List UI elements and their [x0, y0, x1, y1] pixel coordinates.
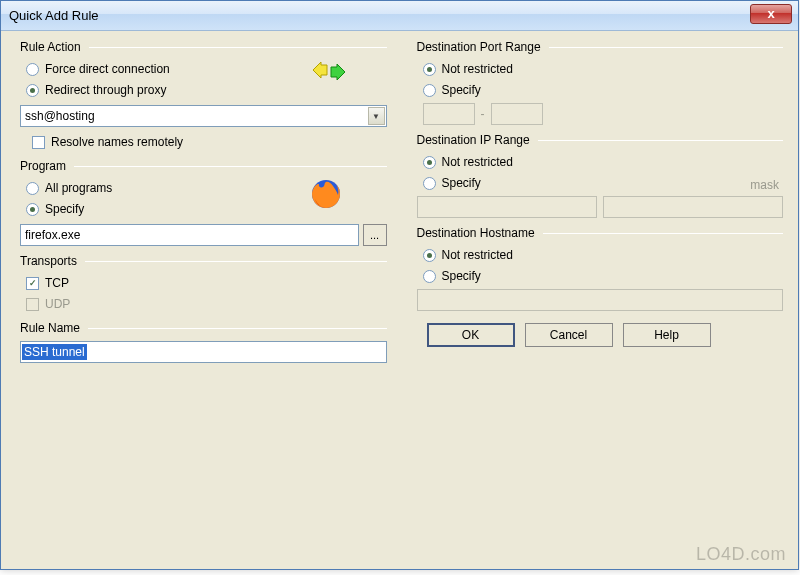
proxy-value: ssh@hosting [25, 109, 95, 123]
rule-action-header: Rule Action [20, 40, 81, 54]
divider [85, 261, 387, 262]
divider [89, 47, 387, 48]
radio-icon [423, 177, 436, 190]
rule-action-section: Rule Action Force direct connection Redi… [20, 40, 387, 151]
port-sep: - [481, 107, 485, 121]
chevron-down-icon: ▼ [368, 107, 385, 125]
svg-marker-0 [313, 62, 327, 78]
program-section: Program All programs Specify [20, 159, 387, 246]
ip-not-restricted-label: Not restricted [442, 155, 513, 169]
rule-name-section: Rule Name SSH tunnel [20, 321, 387, 363]
checkbox-icon [26, 277, 39, 290]
mask-input [603, 196, 783, 218]
right-column: Destination Port Range Not restricted Sp… [417, 40, 784, 556]
radio-icon [26, 182, 39, 195]
checkbox-icon [26, 298, 39, 311]
port-range-section: Destination Port Range Not restricted Sp… [417, 40, 784, 125]
proxy-combo[interactable]: ssh@hosting ▼ [20, 105, 387, 127]
radio-icon [423, 270, 436, 283]
tcp-label: TCP [45, 276, 69, 290]
titlebar[interactable]: Quick Add Rule x [1, 1, 798, 31]
help-label: Help [654, 328, 679, 342]
radio-icon [423, 249, 436, 262]
port-to-input [491, 103, 543, 125]
transports-section: Transports TCP UDP [20, 254, 387, 313]
redirect-proxy-label: Redirect through proxy [45, 83, 166, 97]
proxy-arrows-icon [311, 60, 347, 82]
hostname-specify-label: Specify [442, 269, 481, 283]
hostname-specify-radio[interactable]: Specify [423, 267, 784, 285]
ip-not-restricted-radio[interactable]: Not restricted [423, 153, 784, 171]
dialog-window: Quick Add Rule x Rule Action Force direc… [0, 0, 799, 570]
program-specify-label: Specify [45, 202, 84, 216]
ip-specify-radio[interactable]: Specify [423, 174, 784, 192]
port-not-restricted-radio[interactable]: Not restricted [423, 60, 784, 78]
mask-label: mask [750, 178, 779, 192]
hostname-not-restricted-radio[interactable]: Not restricted [423, 246, 784, 264]
ip-range-header: Destination IP Range [417, 133, 530, 147]
program-header: Program [20, 159, 66, 173]
radio-icon [26, 63, 39, 76]
port-range-header: Destination Port Range [417, 40, 541, 54]
redirect-proxy-radio[interactable]: Redirect through proxy [26, 81, 387, 99]
transports-header: Transports [20, 254, 77, 268]
force-direct-label: Force direct connection [45, 62, 170, 76]
all-programs-label: All programs [45, 181, 112, 195]
divider [538, 140, 783, 141]
radio-icon [423, 156, 436, 169]
cancel-button[interactable]: Cancel [525, 323, 613, 347]
ok-button[interactable]: OK [427, 323, 515, 347]
ip-range-section: Destination IP Range Not restricted Spec… [417, 133, 784, 218]
program-input[interactable]: firefox.exe [20, 224, 359, 246]
program-value: firefox.exe [25, 228, 80, 242]
ip-input [417, 196, 597, 218]
resolve-remote-checkbox[interactable]: Resolve names remotely [32, 133, 387, 151]
hostname-header: Destination Hostname [417, 226, 535, 240]
divider [88, 328, 386, 329]
rule-name-input[interactable]: SSH tunnel [20, 341, 387, 363]
radio-icon [423, 63, 436, 76]
divider [543, 233, 783, 234]
cancel-label: Cancel [550, 328, 587, 342]
svg-marker-1 [331, 64, 345, 80]
help-button[interactable]: Help [623, 323, 711, 347]
udp-checkbox: UDP [26, 295, 387, 313]
window-title: Quick Add Rule [9, 8, 99, 23]
close-button[interactable]: x [750, 4, 792, 24]
hostname-input [417, 289, 784, 311]
checkbox-icon [32, 136, 45, 149]
port-from-input [423, 103, 475, 125]
udp-label: UDP [45, 297, 70, 311]
rule-name-value: SSH tunnel [22, 344, 87, 360]
hostname-section: Destination Hostname Not restricted Spec… [417, 226, 784, 311]
client-area: Rule Action Force direct connection Redi… [4, 32, 795, 566]
tcp-checkbox[interactable]: TCP [26, 274, 387, 292]
ip-specify-label: Specify [442, 176, 481, 190]
port-specify-label: Specify [442, 83, 481, 97]
radio-icon [423, 84, 436, 97]
browse-button[interactable]: ... [363, 224, 387, 246]
close-icon: x [767, 6, 774, 21]
resolve-remote-label: Resolve names remotely [51, 135, 183, 149]
radio-icon [26, 84, 39, 97]
firefox-icon [309, 177, 343, 214]
button-row: OK Cancel Help [417, 323, 784, 347]
radio-icon [26, 203, 39, 216]
divider [549, 47, 783, 48]
left-column: Rule Action Force direct connection Redi… [20, 40, 387, 556]
port-specify-radio[interactable]: Specify [423, 81, 784, 99]
browse-label: ... [370, 229, 379, 241]
divider [74, 166, 386, 167]
ok-label: OK [462, 328, 479, 342]
hostname-not-restricted-label: Not restricted [442, 248, 513, 262]
port-not-restricted-label: Not restricted [442, 62, 513, 76]
rule-name-header: Rule Name [20, 321, 80, 335]
